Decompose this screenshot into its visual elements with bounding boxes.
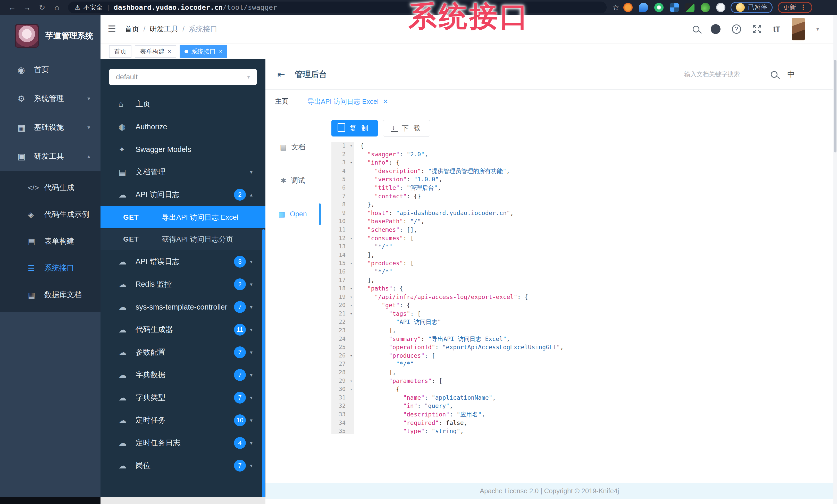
api-sidebar-scrollbar[interactable] xyxy=(262,229,265,497)
doc-tab[interactable]: 主页 xyxy=(265,89,298,113)
extension-icon[interactable] xyxy=(716,3,726,12)
rail-item-文档[interactable]: ▤文档 xyxy=(265,130,320,164)
fold-arrow-icon[interactable]: ▾ xyxy=(350,158,352,167)
api-endpoint[interactable]: GET导出API 访问日志 Excel xyxy=(101,206,265,228)
close-icon[interactable]: ✕ xyxy=(383,98,388,106)
api-endpoint[interactable]: GET获得API 访问日志分页 xyxy=(101,228,265,250)
doc-search-icon[interactable] xyxy=(771,71,778,78)
browser-menu-icon[interactable]: ⋮ xyxy=(800,3,807,12)
api-menu-item[interactable]: ◍Authorize xyxy=(101,115,265,138)
tag-tab[interactable]: 表单构建× xyxy=(135,45,176,58)
sidebar-subitem[interactable]: ▤表单构建 xyxy=(0,228,101,255)
user-avatar[interactable] xyxy=(791,18,805,40)
rail-item-调试[interactable]: ✱调试 xyxy=(265,164,320,197)
home-icon[interactable]: ⌂ xyxy=(50,3,65,12)
search-icon[interactable] xyxy=(693,26,699,33)
code-token xyxy=(360,428,403,434)
close-icon[interactable]: × xyxy=(168,48,171,55)
bookmark-star-icon[interactable]: ☆ xyxy=(612,3,619,12)
breadcrumb-item[interactable]: 研发工具 xyxy=(149,24,178,34)
tag-tab[interactable]: 首页 xyxy=(109,45,131,58)
extension-icon[interactable] xyxy=(654,3,663,12)
api-menu-item[interactable]: ☁API 访问日志2▴ xyxy=(101,183,265,206)
fold-arrow-icon[interactable]: ▾ xyxy=(350,377,352,385)
fold-arrow-icon[interactable]: ▾ xyxy=(350,301,352,310)
reload-icon[interactable]: ↻ xyxy=(35,3,50,12)
download-button[interactable]: 下 载 xyxy=(383,120,430,136)
update-browser-pill[interactable]: 更新 ⋮ xyxy=(778,2,812,13)
api-group-item[interactable]: ☁字典类型7▾ xyxy=(101,386,265,409)
code-line: "/api/infra/api-access-log/export-excel"… xyxy=(360,293,833,301)
fold-arrow-icon[interactable]: ▾ xyxy=(350,310,352,318)
back-icon[interactable]: ← xyxy=(5,3,20,12)
code-editor[interactable]: 1▾23▾456789101112▾131415▾161718▾19▾20▾21… xyxy=(332,142,833,434)
api-group-select[interactable]: default ▾ xyxy=(109,69,257,85)
api-menu-item[interactable]: ✦Swagger Models xyxy=(101,138,265,161)
tag-tab[interactable]: 系统接口× xyxy=(180,45,227,58)
code-token: ], xyxy=(368,277,375,283)
address-bar[interactable]: ⚠ 不安全 | dashboard.yudao.iocoder.cn /tool… xyxy=(68,2,607,13)
copy-button[interactable]: 复 制 xyxy=(332,120,378,136)
app-logo-row[interactable]: 芋道管理系统 xyxy=(0,15,101,55)
doc-tab[interactable]: 导出API 访问日志 Excel✕ xyxy=(298,90,398,113)
sidebar-item[interactable]: ⚙系统管理▾ xyxy=(0,84,101,113)
sidebar-item[interactable]: ▦基础设施▾ xyxy=(0,113,101,142)
api-group-item[interactable]: ☁sys-sms-template-controller7▾ xyxy=(101,296,265,318)
page-scrollbar[interactable] xyxy=(833,15,837,504)
sidebar-subitem[interactable]: </>代码生成 xyxy=(0,174,101,201)
fold-arrow-icon[interactable]: ▾ xyxy=(350,259,352,267)
sidebar-subitem-label: 代码生成 xyxy=(44,183,74,193)
api-menu-item[interactable]: ▤文档管理▾ xyxy=(101,161,265,183)
language-toggle[interactable]: 中 xyxy=(787,69,795,79)
extension-icon[interactable] xyxy=(701,3,710,12)
hamburger-icon[interactable]: ☰ xyxy=(108,24,116,35)
code-line: "paths": { xyxy=(360,284,833,293)
sidebar-subitem[interactable]: ☰系统接口 xyxy=(0,255,101,281)
fold-arrow-icon[interactable]: ▾ xyxy=(350,293,352,301)
sidebar-subitem[interactable]: ◈代码生成示例 xyxy=(0,201,101,228)
extension-icon[interactable] xyxy=(639,3,648,12)
sidebar-item[interactable]: ◉首页 xyxy=(0,55,101,84)
api-menu-item[interactable]: ⌂主页 xyxy=(101,93,265,115)
breadcrumb-item[interactable]: 首页 xyxy=(125,24,139,34)
code-token: "swagger" xyxy=(368,151,400,157)
code-line: "description": "提供管理员管理的所有功能", xyxy=(360,167,833,175)
paused-extension-pill[interactable]: 已暂停 xyxy=(731,2,772,13)
doc-content: 复 制 下 载 1▾23▾456789101112▾131415▾161718▾… xyxy=(320,113,833,434)
chevron-up-icon: ▴ xyxy=(87,153,90,160)
code-token: , xyxy=(506,168,510,174)
fullscreen-icon[interactable] xyxy=(752,24,762,34)
fold-arrow-icon[interactable]: ▾ xyxy=(350,142,352,150)
forward-icon[interactable]: → xyxy=(20,3,35,12)
api-group-meta: 2▾ xyxy=(234,278,252,290)
fold-arrow-icon[interactable]: ▾ xyxy=(350,385,352,393)
api-group-item[interactable]: ☁代码生成器11▾ xyxy=(101,318,265,341)
extension-icon[interactable] xyxy=(623,3,633,12)
fold-arrow-icon[interactable]: ▾ xyxy=(350,234,352,243)
api-group-item[interactable]: ☁定时任务10▾ xyxy=(101,409,265,432)
rail-item-open[interactable]: ▥Open xyxy=(265,197,320,231)
fold-arrow-icon[interactable]: ▾ xyxy=(350,352,352,360)
api-group-item[interactable]: ☁Redis 监控2▾ xyxy=(101,273,265,296)
extension-icon[interactable] xyxy=(670,3,679,12)
fold-arrow-icon[interactable]: ▾ xyxy=(350,284,352,293)
sidebar-item[interactable]: ▣研发工具▴ xyxy=(0,142,101,171)
code-line: "tags": [ xyxy=(360,310,833,318)
page-scrollbar-thumb[interactable] xyxy=(834,60,836,152)
security-label[interactable]: 不安全 xyxy=(84,3,103,12)
close-icon[interactable]: × xyxy=(219,48,222,55)
extension-icon[interactable] xyxy=(685,3,694,12)
doc-search-input[interactable] xyxy=(684,69,761,80)
font-size-icon[interactable]: tT xyxy=(773,25,780,34)
api-group-item[interactable]: ☁定时任务日志4▾ xyxy=(101,432,265,454)
api-group-item[interactable]: ☁API 错误日志3▾ xyxy=(101,250,265,273)
sidebar-subitem[interactable]: ▦数据库文档 xyxy=(0,281,101,308)
collapse-sidebar-icon[interactable]: ⇤ xyxy=(277,69,285,80)
github-icon[interactable] xyxy=(711,24,720,34)
chevron-down-icon[interactable]: ▾ xyxy=(816,26,819,32)
chevron-down-icon: ▾ xyxy=(250,304,252,310)
api-group-item[interactable]: ☁字典数据7▾ xyxy=(101,363,265,386)
help-icon[interactable]: ? xyxy=(732,24,741,34)
api-group-item[interactable]: ☁岗位7▾ xyxy=(101,454,265,477)
api-group-item[interactable]: ☁参数配置7▾ xyxy=(101,341,265,363)
